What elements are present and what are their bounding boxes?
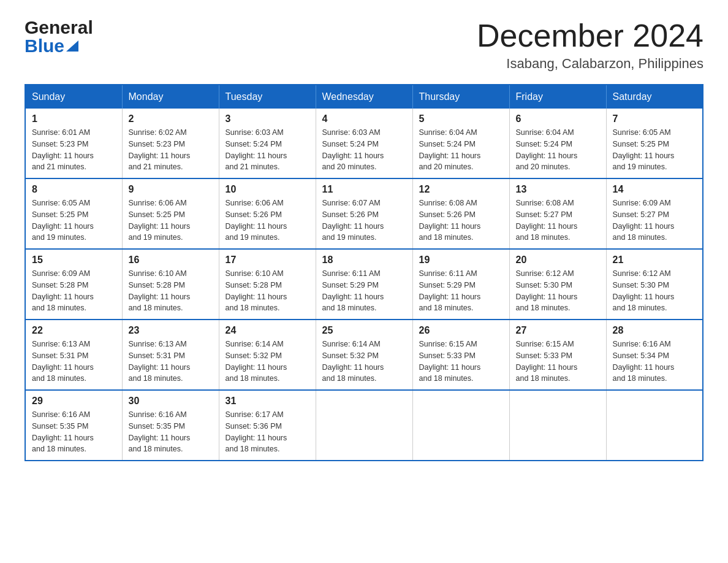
calendar-cell: [412, 390, 509, 461]
day-info: Sunrise: 6:01 AM Sunset: 5:23 PM Dayligh…: [32, 127, 116, 173]
calendar-cell: 29 Sunrise: 6:16 AM Sunset: 5:35 PM Dayl…: [25, 390, 122, 461]
day-number: 19: [419, 255, 503, 266]
day-info: Sunrise: 6:03 AM Sunset: 5:24 PM Dayligh…: [226, 127, 309, 173]
day-info: Sunrise: 6:08 AM Sunset: 5:26 PM Dayligh…: [419, 197, 503, 243]
calendar-cell: 9 Sunrise: 6:06 AM Sunset: 5:25 PM Dayli…: [122, 178, 219, 249]
day-info: Sunrise: 6:16 AM Sunset: 5:34 PM Dayligh…: [613, 339, 697, 385]
calendar-cell: 16 Sunrise: 6:10 AM Sunset: 5:28 PM Dayl…: [122, 249, 219, 320]
calendar-cell: 2 Sunrise: 6:02 AM Sunset: 5:23 PM Dayli…: [122, 109, 219, 178]
day-info: Sunrise: 6:14 AM Sunset: 5:32 PM Dayligh…: [322, 339, 406, 385]
day-number: 28: [613, 325, 697, 336]
day-info: Sunrise: 6:05 AM Sunset: 5:25 PM Dayligh…: [32, 197, 116, 243]
day-info: Sunrise: 6:05 AM Sunset: 5:25 PM Dayligh…: [613, 127, 697, 173]
calendar-cell: 14 Sunrise: 6:09 AM Sunset: 5:27 PM Dayl…: [606, 178, 703, 249]
day-info: Sunrise: 6:15 AM Sunset: 5:33 PM Dayligh…: [419, 339, 503, 385]
calendar-week-row: 1 Sunrise: 6:01 AM Sunset: 5:23 PM Dayli…: [25, 109, 703, 178]
calendar-cell: 15 Sunrise: 6:09 AM Sunset: 5:28 PM Dayl…: [25, 249, 122, 320]
day-number: 29: [32, 396, 116, 407]
calendar-cell: 4 Sunrise: 6:03 AM Sunset: 5:24 PM Dayli…: [316, 109, 412, 178]
calendar-day-header: Thursday: [412, 85, 509, 109]
calendar-day-header: Sunday: [25, 85, 122, 109]
day-info: Sunrise: 6:06 AM Sunset: 5:26 PM Dayligh…: [226, 197, 309, 243]
calendar-cell: 26 Sunrise: 6:15 AM Sunset: 5:33 PM Dayl…: [412, 320, 509, 390]
calendar-header-row: SundayMondayTuesdayWednesdayThursdayFrid…: [25, 85, 703, 109]
calendar-week-row: 8 Sunrise: 6:05 AM Sunset: 5:25 PM Dayli…: [25, 178, 703, 249]
calendar-day-header: Friday: [509, 85, 606, 109]
day-info: Sunrise: 6:17 AM Sunset: 5:36 PM Dayligh…: [226, 409, 309, 455]
calendar-cell: 8 Sunrise: 6:05 AM Sunset: 5:25 PM Dayli…: [25, 178, 122, 249]
day-info: Sunrise: 6:15 AM Sunset: 5:33 PM Dayligh…: [516, 339, 600, 385]
day-number: 16: [129, 255, 213, 266]
logo-general: General: [25, 18, 93, 37]
calendar-subtitle: Isabang, Calabarzon, Philippines: [477, 56, 703, 72]
calendar-cell: [509, 390, 606, 461]
calendar-cell: 7 Sunrise: 6:05 AM Sunset: 5:25 PM Dayli…: [606, 109, 703, 178]
calendar-day-header: Monday: [122, 85, 219, 109]
day-info: Sunrise: 6:10 AM Sunset: 5:28 PM Dayligh…: [129, 268, 213, 314]
day-number: 26: [419, 325, 503, 336]
calendar-cell: 12 Sunrise: 6:08 AM Sunset: 5:26 PM Dayl…: [412, 178, 509, 249]
day-info: Sunrise: 6:09 AM Sunset: 5:27 PM Dayligh…: [613, 197, 697, 243]
day-number: 22: [32, 325, 116, 336]
calendar-day-header: Saturday: [606, 85, 703, 109]
logo-blue: Blue: [25, 37, 64, 55]
day-number: 12: [419, 184, 503, 195]
day-number: 20: [516, 255, 600, 266]
calendar-cell: 30 Sunrise: 6:16 AM Sunset: 5:35 PM Dayl…: [122, 390, 219, 461]
calendar-cell: 23 Sunrise: 6:13 AM Sunset: 5:31 PM Dayl…: [122, 320, 219, 390]
day-info: Sunrise: 6:03 AM Sunset: 5:24 PM Dayligh…: [322, 127, 406, 173]
calendar-cell: 13 Sunrise: 6:08 AM Sunset: 5:27 PM Dayl…: [509, 178, 606, 249]
logo: General Blue: [25, 18, 93, 55]
day-info: Sunrise: 6:12 AM Sunset: 5:30 PM Dayligh…: [516, 268, 600, 314]
day-info: Sunrise: 6:12 AM Sunset: 5:30 PM Dayligh…: [613, 268, 697, 314]
day-info: Sunrise: 6:07 AM Sunset: 5:26 PM Dayligh…: [322, 197, 406, 243]
calendar-cell: 31 Sunrise: 6:17 AM Sunset: 5:36 PM Dayl…: [219, 390, 316, 461]
day-number: 9: [129, 184, 213, 195]
calendar-cell: 28 Sunrise: 6:16 AM Sunset: 5:34 PM Dayl…: [606, 320, 703, 390]
day-number: 4: [322, 113, 406, 124]
calendar-day-header: Tuesday: [219, 85, 316, 109]
calendar-cell: 3 Sunrise: 6:03 AM Sunset: 5:24 PM Dayli…: [219, 109, 316, 178]
day-number: 10: [226, 184, 309, 195]
calendar-cell: 25 Sunrise: 6:14 AM Sunset: 5:32 PM Dayl…: [316, 320, 412, 390]
day-info: Sunrise: 6:04 AM Sunset: 5:24 PM Dayligh…: [516, 127, 600, 173]
calendar-cell: 22 Sunrise: 6:13 AM Sunset: 5:31 PM Dayl…: [25, 320, 122, 390]
day-number: 23: [129, 325, 213, 336]
day-number: 8: [32, 184, 116, 195]
calendar-cell: [316, 390, 412, 461]
calendar-cell: 1 Sunrise: 6:01 AM Sunset: 5:23 PM Dayli…: [25, 109, 122, 178]
day-number: 5: [419, 113, 503, 124]
page-header: General Blue December 2024 Isabang, Cala…: [25, 18, 703, 72]
calendar-cell: 27 Sunrise: 6:15 AM Sunset: 5:33 PM Dayl…: [509, 320, 606, 390]
day-info: Sunrise: 6:08 AM Sunset: 5:27 PM Dayligh…: [516, 197, 600, 243]
day-number: 25: [322, 325, 406, 336]
calendar-week-row: 15 Sunrise: 6:09 AM Sunset: 5:28 PM Dayl…: [25, 249, 703, 320]
calendar-week-row: 29 Sunrise: 6:16 AM Sunset: 5:35 PM Dayl…: [25, 390, 703, 461]
day-number: 13: [516, 184, 600, 195]
day-number: 30: [129, 396, 213, 407]
calendar-day-header: Wednesday: [316, 85, 412, 109]
calendar-cell: 5 Sunrise: 6:04 AM Sunset: 5:24 PM Dayli…: [412, 109, 509, 178]
calendar-cell: 17 Sunrise: 6:10 AM Sunset: 5:28 PM Dayl…: [219, 249, 316, 320]
day-info: Sunrise: 6:13 AM Sunset: 5:31 PM Dayligh…: [129, 339, 213, 385]
day-number: 18: [322, 255, 406, 266]
day-number: 6: [516, 113, 600, 124]
day-info: Sunrise: 6:14 AM Sunset: 5:32 PM Dayligh…: [226, 339, 309, 385]
logo-triangle-icon: [66, 40, 78, 53]
day-number: 1: [32, 113, 116, 124]
svg-marker-0: [66, 40, 78, 52]
day-number: 14: [613, 184, 697, 195]
calendar-title: December 2024: [477, 18, 703, 53]
calendar-cell: 20 Sunrise: 6:12 AM Sunset: 5:30 PM Dayl…: [509, 249, 606, 320]
day-info: Sunrise: 6:06 AM Sunset: 5:25 PM Dayligh…: [129, 197, 213, 243]
title-section: December 2024 Isabang, Calabarzon, Phili…: [477, 18, 703, 72]
calendar-week-row: 22 Sunrise: 6:13 AM Sunset: 5:31 PM Dayl…: [25, 320, 703, 390]
day-number: 24: [226, 325, 309, 336]
day-number: 15: [32, 255, 116, 266]
day-info: Sunrise: 6:02 AM Sunset: 5:23 PM Dayligh…: [129, 127, 213, 173]
day-info: Sunrise: 6:11 AM Sunset: 5:29 PM Dayligh…: [419, 268, 503, 314]
day-number: 2: [129, 113, 213, 124]
calendar-cell: 11 Sunrise: 6:07 AM Sunset: 5:26 PM Dayl…: [316, 178, 412, 249]
day-number: 7: [613, 113, 697, 124]
calendar-cell: 10 Sunrise: 6:06 AM Sunset: 5:26 PM Dayl…: [219, 178, 316, 249]
